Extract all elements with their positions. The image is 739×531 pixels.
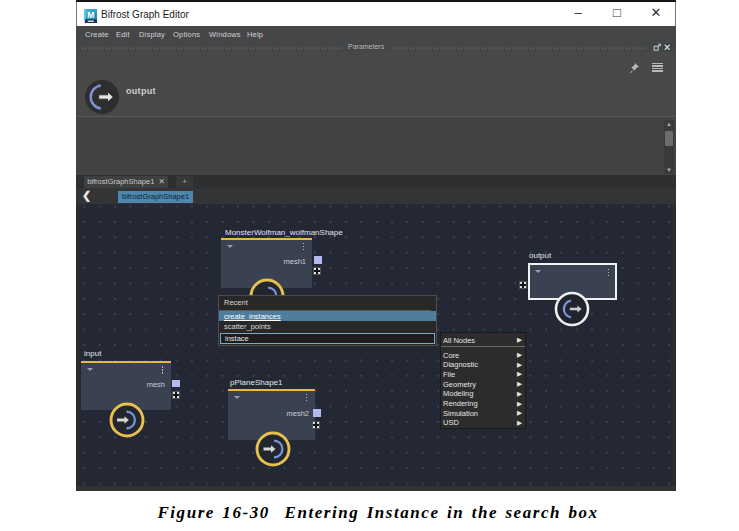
svg-text:M: M: [87, 10, 94, 20]
